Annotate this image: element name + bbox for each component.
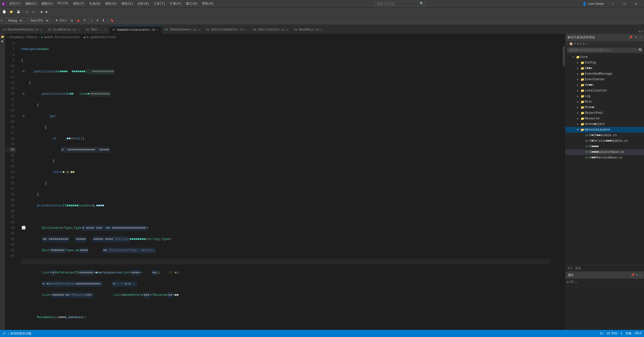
- back-button[interactable]: ◀: [39, 9, 44, 14]
- breadcrumb-method[interactable]: m_updateServices: [87, 36, 116, 39]
- tree-item-cservice-update[interactable]: C# C■Service■■■Update.cs: [566, 138, 644, 144]
- git-changes-link[interactable]: Git 更改: [566, 265, 644, 271]
- tab-close-active[interactable]: ✕: [157, 28, 159, 31]
- expand-model[interactable]: ▶: [576, 106, 580, 109]
- debug-config-select[interactable]: Debug: [5, 18, 23, 24]
- props-pin-icon[interactable]: 📌: [630, 273, 635, 278]
- props-close-icon[interactable]: ✕: [639, 273, 642, 278]
- menu-edit[interactable]: 编辑(E): [23, 1, 39, 6]
- tree-item-eventcenter[interactable]: ▶ 📁 EventCenter: [566, 77, 644, 82]
- sol-pin-icon[interactable]: 📌: [628, 35, 633, 40]
- expand-helps[interactable]: ▶: [576, 84, 580, 87]
- menu-file[interactable]: 文件(F): [7, 1, 23, 6]
- props-az-icon[interactable]: AZ: [570, 280, 574, 284]
- sol-collapse-icon[interactable]: ⊟: [577, 42, 579, 46]
- search-input[interactable]: [375, 1, 425, 6]
- sol-more-icon[interactable]: ⋯: [586, 42, 588, 46]
- step-over-button[interactable]: ⤵: [90, 18, 94, 23]
- sol-home-icon[interactable]: 🏠: [569, 42, 573, 46]
- bookmark-button[interactable]: 🔖: [109, 18, 115, 23]
- platform-select[interactable]: Any CPU: [28, 18, 49, 24]
- tab-close-7[interactable]: ✕: [287, 28, 288, 31]
- menu-test[interactable]: 测试(S): [119, 1, 135, 6]
- live-share-button[interactable]: Live Share: [588, 2, 604, 6]
- forward-button[interactable]: ▶: [44, 9, 49, 14]
- menu-extensions[interactable]: 扩展(X): [168, 1, 184, 6]
- breadcrumb-assembly-label[interactable]: Assembly-CSharp: [10, 36, 37, 39]
- breadcrumb-class[interactable]: GameX.ServiceLocator: [44, 36, 80, 39]
- expand-eventmsg[interactable]: ▶: [576, 72, 580, 75]
- tab-base-game-module[interactable]: C# BaseGameModule.cs ✕: [0, 26, 45, 34]
- tree-item-misc[interactable]: ▶ 📁 Misc: [566, 99, 644, 105]
- undo-button[interactable]: ↩: [25, 9, 30, 14]
- menu-build[interactable]: 生成(B): [87, 1, 103, 6]
- tab-close-6[interactable]: ✕: [245, 28, 247, 31]
- scrollbar-thumb[interactable]: [563, 46, 565, 66]
- props-settings-icon[interactable]: ▼: [635, 273, 639, 278]
- activity-icon-explorer[interactable]: 📁: [1, 35, 5, 39]
- status-cursor-pos[interactable]: 行: 25 字符: 1: [600, 331, 622, 336]
- menu-project[interactable]: 项目(P): [71, 1, 87, 6]
- tree-item-config[interactable]: ▶ 📁 Config: [566, 60, 644, 66]
- expand-scene[interactable]: ▶: [576, 123, 580, 126]
- tree-item-loc[interactable]: ▶ 📁 Localization: [566, 88, 644, 93]
- tab-close-8[interactable]: ✕: [321, 28, 322, 31]
- tab-iservice-init[interactable]: C# IServiceInit.cs ✕: [250, 26, 291, 34]
- sol-sync-icon[interactable]: ⟳: [574, 42, 576, 46]
- close-button[interactable]: ✕: [630, 0, 642, 8]
- split-editor-icon[interactable]: ⊞: [639, 30, 640, 34]
- expand-core[interactable]: ▼: [571, 56, 575, 59]
- code-editor[interactable]: namespace GameX { ⊟ public class Se■■■■ …: [19, 41, 550, 330]
- step-into-button[interactable]: ⬇: [95, 18, 100, 23]
- menu-help[interactable]: 帮助(H): [200, 1, 216, 6]
- tree-item-ciresettable[interactable]: C# C■IR■■atable.cs: [566, 133, 644, 138]
- tree-item-c3[interactable]: C# C■■■■: [566, 144, 644, 149]
- tab-ilua-module[interactable]: C# ILuaModule.cs ✕: [45, 26, 83, 34]
- props-grid-icon[interactable]: ⊞: [567, 280, 569, 284]
- tree-item-model[interactable]: ▶ 📁 Mode■: [566, 105, 644, 110]
- expand-config[interactable]: ▶: [576, 61, 580, 64]
- restart-button[interactable]: ↺: [82, 18, 87, 23]
- save-button[interactable]: 💾: [15, 9, 22, 14]
- restore-button[interactable]: ❐: [619, 0, 630, 8]
- tab-base-main[interactable]: C# BaseMain.cs ✕: [291, 26, 325, 34]
- tab-service-locator[interactable]: C# GameServiceLocator.cs ✕: [110, 26, 162, 34]
- sol-close-icon[interactable]: ✕: [639, 35, 642, 40]
- tree-item-scene[interactable]: ▶ 📁 Scene■bject: [566, 121, 644, 127]
- stop-button[interactable]: ⏹: [75, 18, 81, 23]
- tree-item-log[interactable]: ▶ 📁 Log: [566, 93, 644, 99]
- minimize-button[interactable]: —: [607, 0, 619, 8]
- expand-log[interactable]: ▶: [576, 95, 580, 98]
- status-encoding[interactable]: CRLF: [635, 332, 642, 335]
- sol-preview-icon[interactable]: 👁: [582, 42, 585, 46]
- tree-item-locatorbase[interactable]: C# C■■■■LocatorBase.cs: [566, 149, 644, 155]
- start-button[interactable]: ▶ 启动 ▾: [54, 18, 68, 23]
- status-spaces[interactable]: 空格: [625, 331, 632, 336]
- open-button[interactable]: 📂: [8, 9, 15, 14]
- tab-close-2[interactable]: ✕: [78, 28, 79, 31]
- tree-item-eventmsg[interactable]: ▶ 📁 EventAndMessage: [566, 71, 644, 77]
- tree-item-core[interactable]: ▼ 📁 Core: [566, 54, 644, 60]
- menu-window[interactable]: 窗口(W): [184, 1, 200, 6]
- menu-analyze[interactable]: 分析(N): [135, 1, 151, 6]
- tree-item-objpool[interactable]: ▶ 📁 ObjectPool: [566, 110, 644, 116]
- v-scrollbar[interactable]: [562, 41, 565, 330]
- sol-filter-icon[interactable]: ⚙: [580, 42, 581, 46]
- sol-search-input[interactable]: [567, 47, 643, 53]
- tab-close-1[interactable]: ✕: [40, 28, 42, 31]
- tab-close-3[interactable]: ✕: [105, 28, 106, 31]
- tab-iwar[interactable]: C# IWar... ✕: [83, 26, 109, 34]
- menu-tools[interactable]: 工具(T): [152, 1, 167, 6]
- tab-iservice-updater[interactable]: C# IServiceUpdater.cs ✕: [203, 26, 250, 34]
- sol-back-icon[interactable]: ←: [567, 42, 568, 46]
- tree-item-enum[interactable]: ▶ 📁 E■■m: [566, 66, 644, 71]
- expand-servicelocator[interactable]: ▼: [576, 129, 580, 131]
- menu-git[interactable]: Git(G): [56, 1, 71, 6]
- sol-settings-icon[interactable]: ▼: [634, 35, 638, 40]
- expand-enum[interactable]: ▶: [576, 67, 580, 70]
- status-errors[interactable]: ⚠ 未找到相关问题: [8, 331, 31, 336]
- tab-close-5[interactable]: ✕: [198, 28, 200, 31]
- tree-item-resource[interactable]: ▶ 📁 Resource: [566, 116, 644, 121]
- tree-item-mservicebase[interactable]: C# C■■MServiceBase.cs: [566, 155, 644, 161]
- status-branch[interactable]: ⎇: [2, 332, 6, 335]
